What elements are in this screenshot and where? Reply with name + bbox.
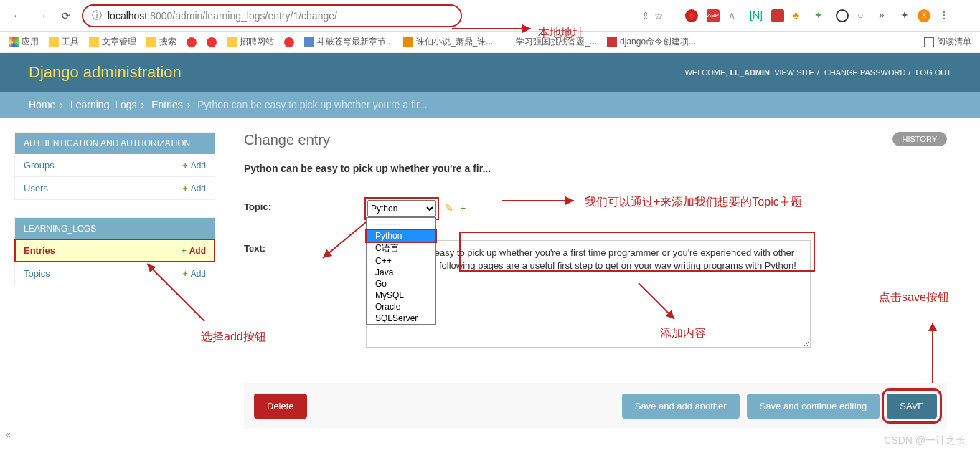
breadcrumb-model[interactable]: Entries [151,99,183,110]
edit-topic-icon[interactable]: ✎ [445,202,453,214]
bm-articles[interactable]: 文章管理 [89,36,136,48]
bm-django[interactable]: django命令创建项... [607,36,696,48]
apps-button[interactable]: 应用 [9,36,39,48]
ext-9[interactable]: ○ [857,9,870,22]
entries-add[interactable]: +Add [182,245,206,256]
bm-9[interactable]: 斗破苍穹最新章节... [304,36,393,48]
menu-icon[interactable]: ⋮ [939,9,949,22]
collapse-sidebar[interactable]: « [6,429,11,439]
entries-row: Entries +Add [15,239,215,262]
entries-link[interactable]: Entries [24,245,55,256]
ext-5[interactable] [771,9,784,22]
bm-search[interactable]: 搜索 [146,36,176,48]
forward-button[interactable]: → [33,7,50,24]
add-topic-icon[interactable]: + [460,202,466,214]
bm-tools[interactable]: 工具 [49,36,79,48]
share-icon[interactable]: ⇪ [641,10,650,22]
ext-3[interactable]: ∧ [728,9,741,22]
bm-jobs[interactable]: 招聘网站 [227,36,274,48]
learning-logs-module: LEARNING_LOGS Entries +Add Topics +Add [14,217,215,285]
breadcrumb-current: Python can be easy to pick up whether yo… [197,99,427,110]
bm-8[interactable] [284,37,294,47]
star-icon[interactable]: ☆ [654,10,664,22]
opt-sqlserver[interactable]: SQLServer [367,313,435,324]
auth-heading: AUTHENTICATION AND AUTHORIZATION [15,133,215,154]
welcome-text: WELCOME, [684,68,730,77]
change-password-link[interactable]: CHANGE PASSWORD [824,68,905,77]
groups-link[interactable]: Groups [24,160,55,171]
topics-row: Topics +Add [15,262,215,285]
watermark: CSDN @一计之长 [884,434,966,443]
extension-icons: ABP ∧ [N] ♣ ✦ ○ » ✦ X ⋮ [685,9,949,22]
topic-dropdown: --------- Python C语言 C++ Java Go MySQL O… [366,217,436,325]
username: LL_ADMIN [730,68,770,77]
browser-toolbar: ← → ⟳ ⓘ localhost:8000/admin/learning_lo… [0,0,980,32]
groups-row: Groups +Add [15,154,215,176]
page-title: Change entry [244,132,947,148]
history-button[interactable]: HISTORY [892,132,948,146]
submit-row: Delete Save and add another Save and con… [244,383,947,429]
opt-python[interactable]: Python [367,230,435,242]
opt-mysql[interactable]: MySQL [367,290,435,301]
bm-12[interactable]: 学习强国挑战答题_... [503,36,597,48]
users-row: Users +Add [15,176,215,199]
ext-1[interactable] [685,9,698,22]
site-title[interactable]: Django administration [29,63,182,82]
topic-select[interactable]: Python [367,200,436,217]
text-label: Text: [244,240,366,254]
save-add-button[interactable]: Save and add another [622,394,740,419]
users-add[interactable]: +Add [183,183,206,194]
opt-java[interactable]: Java [367,267,435,278]
sidebar: AUTHENTICATION AND AUTHORIZATION Groups … [14,132,215,429]
opt-go[interactable]: Go [367,278,435,290]
content-main: HISTORY Change entry Python can be easy … [230,132,961,429]
bm-6[interactable] [207,37,217,47]
breadcrumb-home[interactable]: Home [29,99,55,110]
ll-heading: LEARNING_LOGS [15,218,215,239]
logout-link[interactable]: LOG OUT [915,68,951,77]
back-button[interactable]: ← [9,7,26,24]
ext-10[interactable]: » [879,9,892,22]
save-button[interactable]: SAVE [887,394,937,419]
breadcrumb: Home› Learning_Logs› Entries› Python can… [0,92,980,118]
ext-2[interactable]: ABP [707,9,720,22]
delete-button[interactable]: Delete [254,394,307,419]
view-site-link[interactable]: VIEW SITE [774,68,814,77]
info-icon: ⓘ [92,9,102,22]
url-text: localhost:8000/admin/learning_logs/entry… [108,10,337,22]
auth-module: AUTHENTICATION AND AUTHORIZATION Groups … [14,132,215,200]
plus-icon: + [183,269,188,279]
plus-icon: + [183,161,188,171]
plus-icon: + [183,183,188,194]
topics-add[interactable]: +Add [183,268,206,279]
save-continue-button[interactable]: Save and continue editing [747,394,880,419]
groups-add[interactable]: +Add [183,160,206,171]
reload-button[interactable]: ⟳ [57,7,75,24]
topics-link[interactable]: Topics [24,268,50,279]
object-title: Python can be easy to pick up whether yo… [244,163,947,174]
url-actions: ⇪ ☆ [641,10,664,22]
admin-header: Django administration WELCOME, LL_ADMIN.… [0,53,980,92]
ext-7[interactable]: ✦ [814,9,827,22]
opt-blank[interactable]: --------- [367,218,435,230]
opt-oracle[interactable]: Oracle [367,301,435,313]
url-bar[interactable]: ⓘ localhost:8000/admin/learning_logs/ent… [82,4,462,27]
text-row: Text: [244,233,947,355]
reading-list[interactable]: 阅读清单 [924,36,971,48]
topic-label: Topic: [244,199,366,212]
ext-8[interactable] [836,9,849,22]
topic-row: Topic: Python ✎ + --------- Python C语言 C… [244,191,947,226]
opt-cpp[interactable]: C++ [367,255,435,267]
bm-5[interactable] [187,37,197,47]
user-tools: WELCOME, LL_ADMIN. VIEW SITE/ CHANGE PAS… [684,68,951,77]
extensions-icon[interactable]: ✦ [900,9,909,22]
bm-10[interactable]: 诛仙小说_萧鼎_诛... [403,36,493,48]
users-link[interactable]: Users [24,183,48,194]
opt-c[interactable]: C语言 [367,242,435,255]
breadcrumb-app[interactable]: Learning_Logs [70,99,137,110]
ext-4[interactable]: [N] [750,9,763,22]
profile-icon[interactable]: X [918,9,930,22]
bookmark-bar: 应用 工具 文章管理 搜索 招聘网站 斗破苍穹最新章节... 诛仙小说_萧鼎_诛… [0,32,980,53]
ext-6[interactable]: ♣ [793,9,806,22]
plus-icon: + [182,246,187,256]
